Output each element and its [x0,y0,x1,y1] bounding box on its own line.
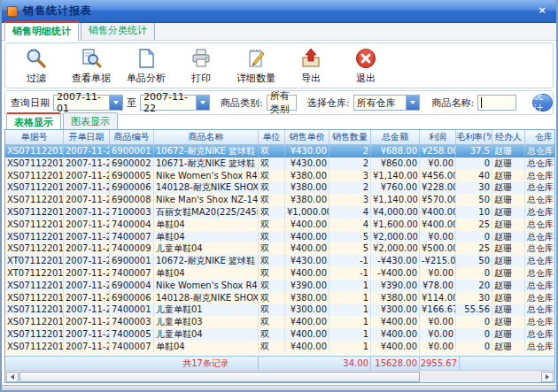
table-cell: ¥300.00 [285,304,329,316]
table-cell: 赵珊 [492,181,525,194]
filter-button[interactable]: 过滤 [9,44,64,87]
close-icon[interactable]: × [535,4,549,18]
table-row[interactable]: XS0711220100022007-11-22690000210671-耐克N… [5,158,554,170]
table-cell: ¥688.00 [371,145,420,158]
table-row[interactable]: XT0711220100012007-11-227400007单鞋04双¥400… [5,267,554,280]
item-analysis-button[interactable]: 单品分析 [119,44,174,87]
chevron-down-icon[interactable] [196,96,209,110]
table-cell: 2007-11-22 [64,280,110,292]
table-cell: 0 [456,341,492,353]
column-header[interactable]: 单据号 [5,130,64,144]
table-cell: 2007-11-22 [64,267,110,280]
table-cell: ¥390.00 [371,280,420,292]
column-header[interactable]: 毛利率(%) [456,130,492,144]
table-cell: 赵珊 [492,158,525,170]
detail-quantity-button[interactable]: 详细数量 [229,44,283,87]
table-cell: ¥380.00 [285,170,329,182]
table-cell: 总仓库 [525,231,554,243]
exit-icon [354,47,377,70]
table-cell: 总仓库 [525,255,554,267]
column-header[interactable]: 利润 [420,130,456,144]
table-cell: 2 [329,158,371,170]
product-name-input[interactable] [477,95,516,111]
table-cell: XS071122010002 [5,231,64,243]
column-header[interactable]: 销售单价 [285,130,329,144]
table-row[interactable]: XS0711220100022007-11-227400004单鞋04双¥400… [5,219,554,231]
date-from-picker[interactable]: 2007-11-01 [53,95,123,111]
table-cell: ¥380.00 [285,194,329,206]
total-quantity: 34.00 [329,357,371,370]
tab-sales-category-stats[interactable]: 销售分类统计 [81,21,155,40]
table-cell: ¥114.00 [420,292,456,304]
table-cell: 2 [329,181,371,194]
export-button[interactable]: 导出 [283,44,338,87]
table-cell: 双 [259,280,285,292]
table-row[interactable]: XS0711220100022007-11-227400007单鞋04双¥400… [5,231,554,243]
table-cell: 赵珊 [492,145,525,158]
column-header[interactable]: 销售数量 [329,130,371,144]
column-header[interactable]: 商品编号 [110,130,154,144]
horizontal-scrollbar[interactable] [5,370,554,382]
table-row[interactable]: XS0711220100032007-11-226900004Nike Wome… [5,280,554,292]
warehouse-select[interactable]: 所有仓库 [353,95,420,111]
table-cell: 双 [259,145,285,158]
table-row[interactable]: XS0711220100032007-11-227400005儿童单鞋04双¥4… [5,328,554,341]
chevron-down-icon[interactable] [406,96,419,110]
table-cell: 0 [456,158,492,170]
table-cell: ¥400.00 [371,341,420,353]
print-label: 打印 [191,72,211,85]
table-row[interactable]: XS0711220100032007-11-227400003儿童单鞋03双¥4… [5,316,554,328]
view-document-button[interactable]: 查看单据 [64,44,119,87]
table-cell: 赵珊 [492,255,525,267]
column-header[interactable]: 商品名称 [154,130,259,144]
exit-button[interactable]: 退出 [338,44,393,87]
date-to-picker[interactable]: 2007-11-22 [140,95,210,111]
scrollbar-thumb[interactable] [19,372,420,382]
title-bar: 销售统计报表 × [2,0,556,23]
table-cell: ¥0.00 [420,316,456,328]
table-row[interactable]: XS0711220100022007-11-227100003百丽女鞋MA20(… [5,206,554,219]
table-cell: ¥380.00 [371,292,420,304]
scroll-right-icon[interactable] [541,372,554,382]
table-cell: ¥400.00 [285,328,329,341]
tab-chart-view[interactable]: 图表显示 [63,112,118,131]
table-cell: ¥400.00 [285,219,329,231]
table-row[interactable]: XS0711220100022007-11-226900008Nike Man'… [5,194,554,206]
table-cell: ¥400.00 [420,206,456,219]
table-row[interactable]: XS0711220100032007-11-226900006140128-耐克… [5,292,554,304]
table-cell: ¥400.00 [285,316,329,328]
table-cell: 双 [259,328,285,341]
column-header[interactable]: 单位 [259,130,285,144]
table-cell: 儿童单鞋01 [154,304,259,316]
chevron-down-icon[interactable] [109,96,122,110]
column-header[interactable]: 仓库 [525,130,555,144]
table-cell: ¥2,000.00 [371,231,420,243]
table-row[interactable]: XS0711220100022007-11-226900006140128-耐克… [5,181,554,194]
table-cell: XS071122010002 [5,194,64,206]
tab-sales-detail-stats[interactable]: 销售明细统计 [4,21,79,41]
table-row[interactable]: XS0711220100012007-11-22690000110672-耐克N… [5,145,554,158]
statistics-button[interactable]: 统计 [532,94,553,111]
column-header[interactable]: 总金额 [371,130,420,144]
table-cell: 7400001 [110,304,154,316]
table-cell: 7400007 [110,231,154,243]
document-magnifier-icon [80,47,103,70]
table-row[interactable]: XS0711220100032007-11-227400007单鞋04双¥400… [5,341,554,353]
table-row[interactable]: XS0711220100032007-11-227400001儿童单鞋01双¥3… [5,304,554,316]
table-cell: 2007-11-22 [64,181,110,194]
print-button[interactable]: 打印 [174,44,229,87]
table-cell: 赵珊 [492,231,525,243]
table-row[interactable]: XS0711220100022007-11-227400009儿童单鞋04双¥4… [5,242,554,255]
table-cell: 2007-11-22 [64,145,110,158]
table-cell: XS071122010003 [5,341,64,353]
warehouse-value: 所有仓库 [354,96,406,110]
table-cell: ¥400.00 [285,341,329,353]
scroll-left-icon[interactable] [6,372,19,382]
table-row[interactable]: XS0711220100022007-11-226900005Nike Wome… [5,170,554,182]
table-row[interactable]: XT0711220100012007-11-22690000110672-耐克N… [5,255,554,267]
column-header[interactable]: 开单日期 [64,130,110,144]
column-header[interactable]: 经办人 [492,130,525,144]
table-cell: 37.5 [456,145,492,158]
category-field[interactable]: 所有类别 [267,95,297,111]
table-cell: 1 [329,280,371,292]
